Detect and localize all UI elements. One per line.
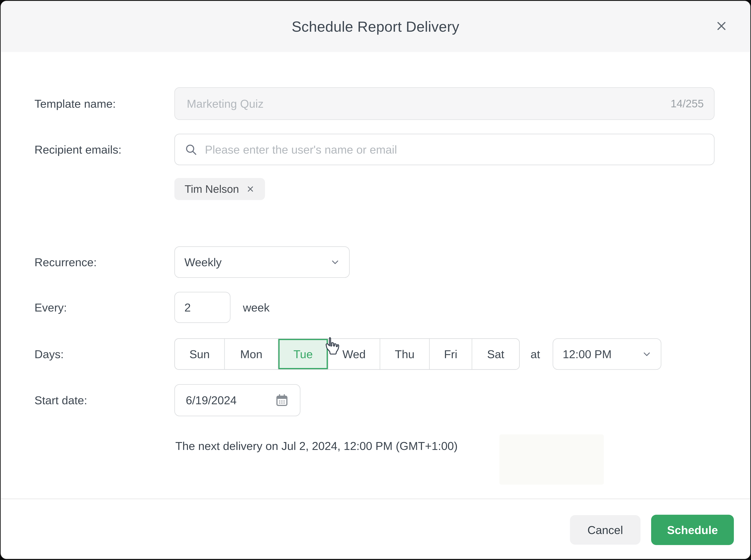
day-option-wed[interactable]: Wed — [328, 339, 380, 369]
day-option-tue[interactable]: Tue — [278, 339, 328, 369]
cancel-button[interactable]: Cancel — [570, 515, 640, 545]
schedule-report-dialog: Schedule Report Delivery Template name: … — [1, 1, 750, 559]
day-option-sat[interactable]: Sat — [472, 339, 519, 369]
recurrence-value: Weekly — [185, 256, 222, 269]
start-date-label: Start date: — [35, 394, 87, 407]
next-delivery-text: The next delivery on Jul 2, 2024, 12:00 … — [175, 439, 458, 453]
close-button[interactable] — [711, 15, 732, 37]
dialog-title: Schedule Report Delivery — [1, 1, 750, 52]
template-name-input[interactable] — [187, 88, 702, 119]
days-label: Days: — [35, 347, 64, 361]
footer-divider — [1, 499, 750, 499]
every-row: Every: week — [1, 292, 750, 323]
recipient-emails-label: Recipient emails: — [35, 143, 121, 156]
start-date-row: Start date: — [1, 384, 750, 416]
recipient-chip[interactable]: Tim Nelson — [174, 178, 265, 200]
every-unit-label: week — [243, 301, 270, 314]
dialog-header: Schedule Report Delivery — [1, 1, 750, 52]
day-option-mon[interactable]: Mon — [225, 339, 278, 369]
template-name-label: Template name: — [35, 97, 116, 110]
chip-remove-icon[interactable] — [246, 185, 255, 193]
close-icon — [715, 20, 727, 33]
recipient-chips-row: Tim Nelson — [1, 178, 750, 200]
template-name-row: Template name: 14/255 — [1, 87, 750, 120]
recurrence-select[interactable]: Weekly — [174, 246, 350, 278]
days-row: Days: Sun Mon Tue Wed Thu Fri Sat at 12:… — [1, 338, 750, 370]
every-field — [174, 292, 231, 323]
recipient-search-input[interactable] — [205, 134, 704, 165]
every-label: Every: — [35, 301, 67, 314]
day-option-fri[interactable]: Fri — [430, 339, 472, 369]
recurrence-row: Recurrence: Weekly — [1, 246, 750, 278]
char-counter: 14/255 — [671, 88, 704, 119]
recipient-search-field — [174, 134, 715, 165]
every-input[interactable] — [185, 293, 220, 322]
highlight-artifact — [499, 434, 604, 485]
chevron-down-icon — [642, 349, 651, 359]
schedule-button[interactable]: Schedule — [651, 515, 734, 545]
screen: Schedule Report Delivery Template name: … — [0, 0, 751, 560]
chevron-down-icon — [331, 258, 340, 267]
start-date-field[interactable] — [174, 384, 301, 416]
search-icon — [185, 143, 197, 156]
time-select[interactable]: 12:00 PM — [553, 338, 661, 370]
day-option-sun[interactable]: Sun — [175, 339, 225, 369]
template-name-field: 14/255 — [174, 87, 715, 120]
time-value: 12:00 PM — [563, 347, 612, 361]
start-date-input[interactable] — [186, 385, 269, 416]
day-option-thu[interactable]: Thu — [380, 339, 430, 369]
recipient-emails-row: Recipient emails: — [1, 134, 750, 165]
at-label: at — [531, 347, 540, 361]
recipient-chip-name: Tim Nelson — [185, 183, 239, 195]
calendar-icon[interactable] — [275, 393, 289, 407]
day-selector: Sun Mon Tue Wed Thu Fri Sat — [174, 338, 520, 370]
recurrence-label: Recurrence: — [35, 256, 97, 269]
